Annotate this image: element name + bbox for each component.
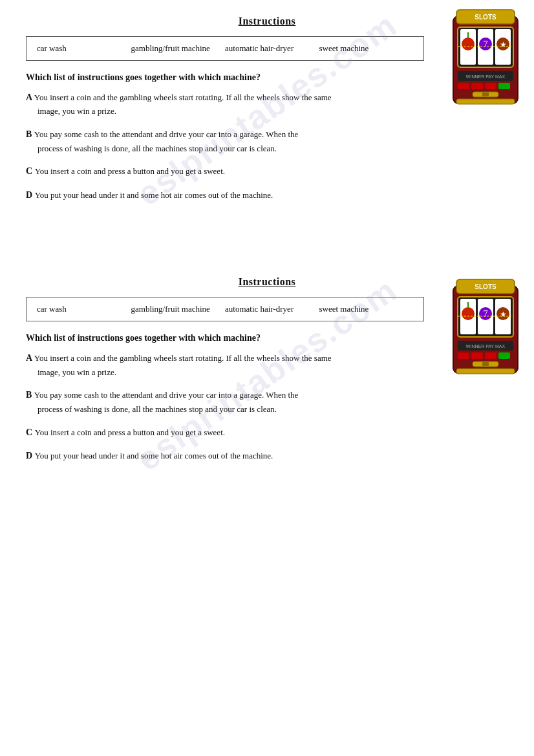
letter-1-D: D <box>26 190 35 200</box>
svg-rect-22 <box>456 99 515 104</box>
svg-rect-17 <box>471 83 483 89</box>
exercise-1-A: A You insert a coin and the gambling whe… <box>26 91 508 118</box>
slot-machine-image-2: SLOTS 7 ★ WINNER PAY MAX <box>450 276 521 376</box>
svg-text:SLOTS: SLOTS <box>475 14 497 21</box>
section-1-title: Instructions <box>26 16 508 27</box>
svg-rect-42 <box>498 352 510 359</box>
text-1-A-line2: image, you win a prize. <box>26 105 508 118</box>
question-heading-1: Which list of instructions goes together… <box>26 72 508 83</box>
letter-2-B: B <box>26 390 34 400</box>
letter-2-A: A <box>26 353 34 363</box>
text-2-B-line1: You pay some cash to the attendant and d… <box>34 390 299 400</box>
text-1-D-line1: You put your head under it and some hot … <box>35 190 273 200</box>
exercise-1-B: B You pay some cash to the attendant and… <box>26 127 508 155</box>
text-1-B-line2: process of washing is done, all the mach… <box>26 142 508 156</box>
section-2-title: Instructions <box>26 276 508 288</box>
svg-rect-44 <box>482 362 489 366</box>
exercise-1-D: D You put your head under it and some ho… <box>26 188 508 202</box>
text-2-D-line1: You put your head under it and some hot … <box>35 451 273 460</box>
exercise-2-D: D You put your head under it and some ho… <box>26 449 508 463</box>
text-1-B-line1: You pay some cash to the attendant and d… <box>34 129 299 139</box>
text-2-B-line2: process of washing is done, all the mach… <box>26 403 508 416</box>
text-2-A-line2: image, you win a prize. <box>26 366 508 380</box>
letter-2-C: C <box>26 427 35 437</box>
vocab-box-2: car wash gambling/fruit machine automati… <box>26 297 424 321</box>
vocab-item-1-3: sweet machine <box>319 43 414 54</box>
svg-text:★: ★ <box>500 40 507 49</box>
svg-rect-21 <box>482 92 489 96</box>
text-2-C-line1: You insert a coin and press a button and… <box>35 427 225 437</box>
exercise-2-B: B You pay some cash to the attendant and… <box>26 388 508 416</box>
svg-rect-16 <box>458 83 469 89</box>
svg-rect-39 <box>458 352 469 359</box>
letter-2-D: D <box>26 451 35 460</box>
slot-machine-image-1: SLOTS 7 ★ WINNER PAY MAX <box>450 6 521 107</box>
svg-text:SLOTS: SLOTS <box>475 283 497 290</box>
letter-1-C: C <box>26 166 35 176</box>
svg-text:7: 7 <box>484 39 488 49</box>
exercise-2-C: C You insert a coin and press a button a… <box>26 426 508 440</box>
vocab-box-1: car wash gambling/fruit machine automati… <box>26 36 424 61</box>
letter-1-B: B <box>26 129 34 139</box>
vocab-item-1-2: automatic hair-dryer <box>225 43 319 54</box>
vocab-item-2-1: gambling/fruit machine <box>131 304 226 314</box>
svg-rect-45 <box>456 369 515 374</box>
svg-text:★: ★ <box>500 310 507 319</box>
svg-rect-40 <box>471 352 483 359</box>
vocab-item-1-0: car wash <box>37 43 131 54</box>
svg-rect-41 <box>485 352 497 359</box>
svg-point-28 <box>462 307 475 320</box>
exercise-1-C: C You insert a coin and press a button a… <box>26 164 508 178</box>
text-1-A-line1: You insert a coin and the gambling wheel… <box>34 92 332 102</box>
exercise-2-A: A You insert a coin and the gambling whe… <box>26 351 508 379</box>
svg-rect-19 <box>498 83 510 89</box>
vocab-item-2-0: car wash <box>37 304 131 314</box>
section-2: SLOTS 7 ★ WINNER PAY MAX Instructions <box>0 270 534 479</box>
svg-text:7: 7 <box>484 309 488 319</box>
vocab-item-1-1: gambling/fruit machine <box>131 43 226 54</box>
svg-text:WINNER    PAY    MAX: WINNER PAY MAX <box>466 74 506 79</box>
text-1-C-line1: You insert a coin and press a button and… <box>35 166 225 176</box>
text-2-A-line1: You insert a coin and the gambling wheel… <box>34 353 332 363</box>
question-heading-2: Which list of instructions goes together… <box>26 333 508 343</box>
letter-1-A: A <box>26 92 34 102</box>
section-1: SLOTS 7 ★ WINNER PAY MAX <box>0 0 534 218</box>
svg-rect-18 <box>485 83 497 89</box>
svg-text:WINNER    PAY    MAX: WINNER PAY MAX <box>466 344 506 349</box>
vocab-item-2-3: sweet machine <box>319 304 414 314</box>
vocab-item-2-2: automatic hair-dryer <box>225 304 319 314</box>
svg-point-5 <box>462 38 475 50</box>
